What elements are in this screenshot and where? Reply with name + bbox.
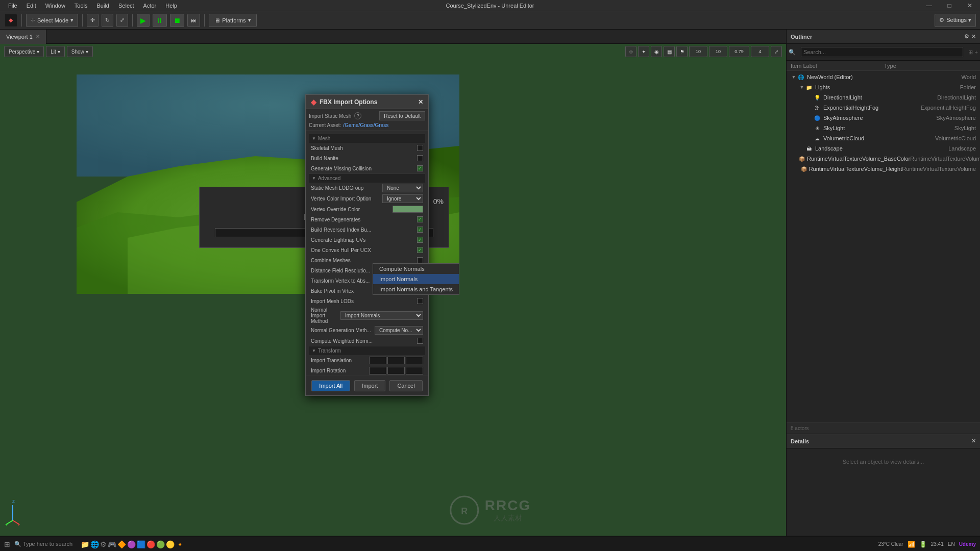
tree-item[interactable]: ▼ 📁 Lights Folder (787, 82, 980, 92)
app-icon-6[interactable]: 🔴 (146, 540, 155, 548)
tree-item[interactable]: 📦 RuntimeVirtualTextureVolume_BaseColor … (787, 154, 980, 164)
help-icon[interactable]: ? (354, 112, 361, 119)
app-icon-5[interactable]: 🟦 (137, 540, 145, 548)
reset-default-button[interactable]: Reset to Default (379, 111, 425, 120)
scale-tool[interactable]: ⤢ (116, 14, 128, 27)
viewport-fov[interactable]: 0.79 (729, 46, 749, 57)
details-close-icon[interactable]: ✕ (971, 438, 976, 444)
viewport-scale2[interactable]: 10 (709, 46, 727, 57)
normal-import-select[interactable]: Import No... Compute Normals Import Norm… (340, 311, 423, 320)
menu-build[interactable]: Build (93, 2, 113, 10)
maximize-button[interactable]: □ (939, 0, 960, 11)
build-nanite-checkbox[interactable] (417, 155, 423, 161)
stop-button[interactable]: ⏹ (170, 14, 184, 27)
viewport-maximize[interactable]: ⤢ (771, 46, 782, 57)
rotation-x[interactable]: 0.0 (369, 367, 386, 374)
udemy-icon[interactable]: Udemy (959, 541, 976, 547)
lightmap-uvs-checkbox[interactable] (417, 237, 423, 243)
settings-button[interactable]: ⚙ Settings ▾ (935, 14, 976, 27)
app-icon-9[interactable]: 🔸 (176, 540, 184, 548)
gen-collision-checkbox[interactable] (417, 165, 423, 171)
file-explorer-icon[interactable]: 📁 (81, 540, 89, 548)
cancel-button-dialog[interactable]: Cancel (389, 380, 422, 391)
normal-gen-select[interactable]: Compute No... (375, 326, 423, 335)
color-swatch[interactable] (393, 206, 423, 213)
fbx-transform-section[interactable]: ▼ Transform (309, 346, 425, 355)
menu-window[interactable]: Window (41, 2, 69, 10)
app-icon-3[interactable]: 🔶 (117, 540, 126, 548)
tree-item[interactable]: 🏔 Landscape Landscape (787, 143, 980, 154)
vertex-color-select[interactable]: Ignore (382, 194, 423, 203)
tree-expand-icon[interactable]: ▼ (799, 85, 805, 90)
viewport-scale[interactable]: 10 (689, 46, 707, 57)
close-button[interactable]: ✕ (960, 0, 980, 11)
outliner-search-input[interactable] (801, 47, 963, 57)
fbx-close-button[interactable]: ✕ (418, 98, 423, 106)
rotation-z[interactable]: 0.0 (406, 367, 423, 374)
dropdown-import-normals[interactable]: Import Normals (373, 274, 459, 284)
rotate-tool[interactable]: ↻ (102, 14, 113, 27)
menu-file[interactable]: File (4, 2, 21, 10)
pause-button[interactable]: ⏸ (153, 14, 167, 27)
taskbar-start[interactable]: ⊞ (4, 540, 10, 548)
tree-item[interactable]: 📦 RuntimeVirtualTextureVolume_Height Run… (787, 164, 980, 174)
taskbar-wifi[interactable]: 📶 (908, 541, 915, 548)
viewport-tab-1[interactable]: Viewport 1 ✕ (0, 30, 46, 44)
rotation-y[interactable]: 0.0 (387, 367, 405, 374)
outliner-filter-icon[interactable]: ⊞ (968, 49, 973, 56)
fbx-mesh-section[interactable]: ▼ Mesh (309, 134, 425, 143)
translation-y[interactable]: 0.0 (387, 357, 405, 364)
menu-actor[interactable]: Actor (139, 2, 161, 10)
lit-button[interactable]: Lit ▾ (46, 46, 65, 57)
tree-item[interactable]: ▼ 🌐 NewWorld (Editor) World (787, 72, 980, 82)
tree-item[interactable]: 🔵 SkyAtmosphere SkyAtmosphere (787, 113, 980, 123)
outliner-settings-icon[interactable]: ⚙ (964, 33, 969, 40)
app-icon-4[interactable]: 🟣 (127, 540, 136, 548)
translation-z[interactable]: 0.0 (406, 357, 423, 364)
dropdown-import-normals-tangents[interactable]: Import Normals and Tangents (373, 284, 459, 294)
select-mode-button[interactable]: ⊹ Select Mode ▾ (26, 14, 78, 27)
lod-group-select[interactable]: None (382, 184, 423, 192)
minimize-button[interactable]: — (919, 0, 939, 11)
viewport-icon-2[interactable]: ✦ (638, 46, 649, 57)
platforms-button[interactable]: 🖥 Platforms ▾ (209, 14, 256, 27)
app-icon-8[interactable]: 🟡 (166, 540, 175, 548)
ue-logo[interactable]: ◆ (4, 14, 17, 27)
tree-expand-icon[interactable]: ▼ (791, 74, 797, 80)
import-button-dialog[interactable]: Import (354, 380, 385, 391)
combine-meshes-checkbox[interactable] (417, 257, 423, 263)
perspective-button[interactable]: Perspective ▾ (4, 46, 44, 57)
compute-weighted-checkbox[interactable] (417, 338, 423, 344)
viewport-icon-4[interactable]: ▦ (664, 46, 675, 57)
tree-item[interactable]: 💡 DirectionalLight DirectionalLight (787, 92, 980, 103)
viewport-speed[interactable]: 4 (751, 46, 769, 57)
skeletal-mesh-checkbox[interactable] (417, 145, 423, 151)
tree-item[interactable]: ☀ SkyLight SkyLight (787, 123, 980, 133)
reversed-index-checkbox[interactable] (417, 227, 423, 233)
show-button[interactable]: Show ▾ (67, 46, 93, 57)
menu-select[interactable]: Select (114, 2, 138, 10)
menu-tools[interactable]: Tools (70, 2, 92, 10)
viewport-icon-5[interactable]: ⚑ (676, 46, 688, 57)
viewport-icon-3[interactable]: ◉ (651, 46, 662, 57)
chrome-icon[interactable]: 🌐 (90, 540, 99, 548)
viewport-tab-close[interactable]: ✕ (36, 34, 40, 39)
menu-edit[interactable]: Edit (22, 2, 40, 10)
taskbar-search[interactable]: 🔍 Type here to search (14, 541, 72, 547)
play-button[interactable]: ▶ (137, 14, 150, 27)
tree-item[interactable]: 🌫 ExponentialHeightFog ExponentialHeight… (787, 103, 980, 113)
import-mesh-lods-checkbox[interactable] (417, 298, 423, 304)
remove-deg-checkbox[interactable] (417, 216, 423, 222)
menu-help[interactable]: Help (161, 2, 181, 10)
tree-item[interactable]: ☁ VolumetricCloud VolumetricCloud (787, 133, 980, 143)
taskbar-battery[interactable]: 🔋 (919, 541, 927, 548)
app-icon-2[interactable]: 🎮 (108, 540, 116, 548)
taskbar-lang[interactable]: EN (948, 541, 955, 547)
viewport-icon-1[interactable]: ⊹ (625, 46, 636, 57)
app-icon-7[interactable]: 🟢 (156, 540, 165, 548)
convex-hull-checkbox[interactable] (417, 247, 423, 253)
import-all-button[interactable]: Import All (311, 380, 350, 391)
outliner-close-icon[interactable]: ✕ (971, 33, 976, 40)
outliner-add-icon[interactable]: + (975, 49, 978, 55)
dropdown-compute-normals[interactable]: Compute Normals (373, 264, 459, 274)
